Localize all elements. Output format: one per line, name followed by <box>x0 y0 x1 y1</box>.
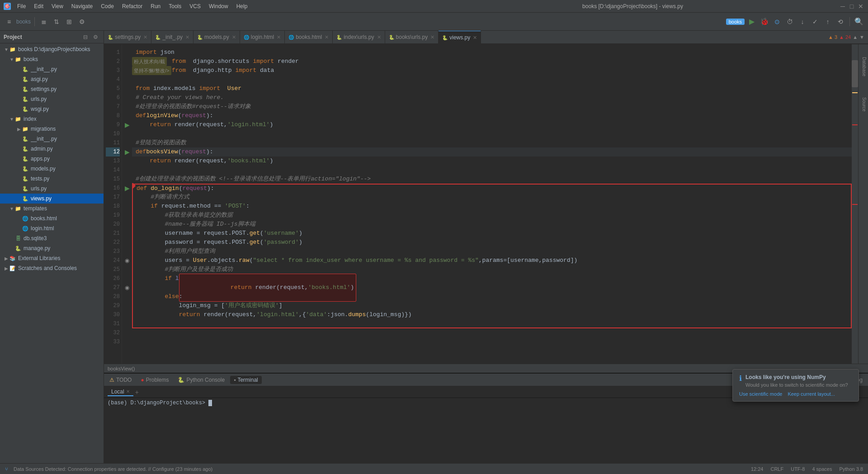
vcs-push-button[interactable]: ↑ <box>822 16 833 27</box>
terminal-content[interactable]: (base) D:\djangoProject\books> <box>104 398 868 463</box>
tab-terminal[interactable]: ▪ Terminal <box>230 376 262 384</box>
maximize-button[interactable]: □ <box>848 3 855 10</box>
tree-templates-folder[interactable]: ▼ 📁 templates <box>0 204 104 213</box>
tree-external-libs[interactable]: ▶ 📚 External Libraries <box>0 253 104 263</box>
status-indent[interactable]: 4 spaces <box>811 466 833 472</box>
tree-books-folder[interactable]: ▼ 📁 books <box>0 54 104 64</box>
tab-python-console[interactable]: 🐍 Python Console <box>174 376 228 384</box>
menu-run[interactable]: Run <box>147 2 164 10</box>
tab-books-html[interactable]: 🌐 books.html ✕ <box>285 31 333 44</box>
tab-close-icon[interactable]: ✕ <box>185 34 189 40</box>
menu-window[interactable]: Window <box>205 2 232 10</box>
error-nav-up[interactable]: ▲ <box>853 34 858 40</box>
tree-index-init[interactable]: 🐍 __init__.py <box>0 134 104 144</box>
tree-asgi-py[interactable]: 🐍 asgi.py <box>0 74 104 84</box>
run-debug-button[interactable]: ▶ <box>746 16 757 27</box>
menu-file[interactable]: File <box>14 2 29 10</box>
history-button[interactable]: ⟲ <box>835 16 846 27</box>
tree-views-py[interactable]: 🐍 views.py <box>0 194 104 204</box>
tree-tests-py[interactable]: 🐍 tests.py <box>0 174 104 184</box>
coverage-button[interactable]: ⊙ <box>772 16 783 27</box>
scroll-thumb[interactable] <box>852 60 858 87</box>
menu-navigate[interactable]: Navigate <box>68 2 96 10</box>
status-data-sources[interactable]: Data Sources Detected: Connection proper… <box>12 466 214 472</box>
keep-layout-link[interactable]: Keep current layout... <box>788 391 835 397</box>
tab-close-icon[interactable]: ✕ <box>232 34 236 40</box>
tree-index-urls[interactable]: 🐍 urls.py <box>0 184 104 194</box>
tree-login-html[interactable]: 🌐 login.html <box>0 223 104 233</box>
source-tab[interactable]: Source <box>859 94 868 115</box>
menu-edit[interactable]: Edit <box>30 2 47 10</box>
sidebar-toggle-button[interactable]: ≡ <box>4 16 14 27</box>
menu-help[interactable]: Help <box>233 2 251 10</box>
code-line-27: return render(request,'books.html') <box>132 283 852 292</box>
menu-code[interactable]: Code <box>97 2 118 10</box>
run-gutter-icon[interactable]: ▶ <box>125 121 130 128</box>
tree-models-py[interactable]: 🐍 models.py <box>0 164 104 174</box>
run-gutter-icon-2[interactable]: ▶ <box>125 148 130 156</box>
vcs-update-button[interactable]: ↓ <box>797 16 808 27</box>
tab-close-icon[interactable]: ✕ <box>377 34 381 40</box>
tree-root[interactable]: ▼ 📁 books D:\djangoProject\books <box>0 44 104 54</box>
status-python[interactable]: Python 3.8 <box>838 466 864 472</box>
close-button[interactable]: ✕ <box>857 3 864 10</box>
status-encoding[interactable]: UTF-8 <box>789 466 806 472</box>
settings-button[interactable]: ⚙ <box>76 16 87 27</box>
tab-settings-py[interactable]: 🐍 settings.py ✕ <box>104 31 151 44</box>
tab-models-py[interactable]: 🐍 models.py ✕ <box>193 31 240 44</box>
tree-index-folder[interactable]: ▼ 📁 index <box>0 114 104 124</box>
tab-init-py[interactable]: 🐍 _init_.py ✕ <box>151 31 193 44</box>
tab-close-icon[interactable]: ✕ <box>430 34 434 40</box>
tree-init-py[interactable]: 🐍 __init__.py <box>0 64 104 74</box>
debug-button[interactable]: 🐞 <box>759 16 770 27</box>
minimize-button[interactable]: ─ <box>839 3 846 10</box>
tab-todo[interactable]: ⚠ TODO <box>106 376 135 384</box>
tree-urls-py-books[interactable]: 🐍 urls.py <box>0 94 104 104</box>
tab-problems[interactable]: ● Problems <box>137 376 172 384</box>
tab-close-icon[interactable]: ✕ <box>325 34 329 40</box>
terminal-local-tab[interactable]: Local ✕ <box>108 388 133 396</box>
list-view-button[interactable]: ≣ <box>38 16 49 27</box>
terminal-add-button[interactable]: + <box>133 389 141 396</box>
tree-books-html[interactable]: 🌐 books.html <box>0 213 104 223</box>
status-line-ending[interactable]: CRLF <box>769 466 785 472</box>
profile-button[interactable]: ⏱ <box>784 16 795 27</box>
tab-close-icon[interactable]: ✕ <box>473 35 477 41</box>
tab-close-icon[interactable]: ✕ <box>277 34 281 40</box>
sort-button[interactable]: ⇅ <box>51 16 62 27</box>
error-nav-down[interactable]: ▼ <box>859 34 864 40</box>
tree-settings-py[interactable]: 🐍 settings.py <box>0 84 104 94</box>
tab-index-urls[interactable]: 🐍 index\urls.py ✕ <box>333 31 385 44</box>
search-button[interactable]: 🔍 <box>854 16 864 27</box>
menu-refactor[interactable]: Refactor <box>118 2 146 10</box>
collapse-all-button[interactable]: ⊟ <box>81 33 90 42</box>
tree-admin-py[interactable]: 🐍 admin.py <box>0 144 104 154</box>
tree-item-label: __init__.py <box>31 136 57 142</box>
todo-label: TODO <box>116 377 132 383</box>
tree-item-label: asgi.py <box>31 76 48 82</box>
menu-vcs[interactable]: VCS <box>186 2 204 10</box>
tree-wsgi-py[interactable]: 🐍 wsgi.py <box>0 104 104 114</box>
tree-manage-py[interactable]: 🐍 manage.py <box>0 243 104 253</box>
configure-project-button[interactable]: ⚙ <box>91 33 100 42</box>
terminal-close-icon[interactable]: ✕ <box>126 389 130 394</box>
database-tab[interactable]: Database <box>859 53 868 80</box>
tree-scratches[interactable]: ▶ 📝 Scratches and Consoles <box>0 263 104 273</box>
vcs-commit-button[interactable]: ✓ <box>810 16 821 27</box>
scientific-mode-link[interactable]: Use scientific mode <box>739 391 782 397</box>
code-area[interactable]: ➜ import json 粉人技术向/截 from django.shortc… <box>132 44 852 364</box>
tree-db-sqlite[interactable]: 🗄 db.sqlite3 <box>0 233 104 243</box>
tab-close-icon[interactable]: ✕ <box>143 34 147 40</box>
tab-views-py[interactable]: 🐍 views.py ✕ <box>439 31 481 44</box>
line-numbers: 1 2 3 4 5 6 7 8 9 10 11 12 13 14 15 16 1 <box>104 44 122 364</box>
right-scrollbar[interactable] <box>852 44 858 364</box>
menu-tools[interactable]: Tools <box>165 2 185 10</box>
tab-login-html[interactable]: 🌐 login.html ✕ <box>240 31 285 44</box>
menu-view[interactable]: View <box>48 2 67 10</box>
tree-migrations-folder[interactable]: ▶ 📁 migrations <box>0 124 104 134</box>
tree-apps-py[interactable]: 🐍 apps.py <box>0 154 104 164</box>
run-gutter-icon-3[interactable]: ▶ <box>125 185 130 192</box>
tab-books-urls[interactable]: 🐍 books\urls.py ✕ <box>385 31 439 44</box>
expand-button[interactable]: ⊞ <box>64 16 75 27</box>
status-line-col[interactable]: 12:24 <box>750 466 765 472</box>
